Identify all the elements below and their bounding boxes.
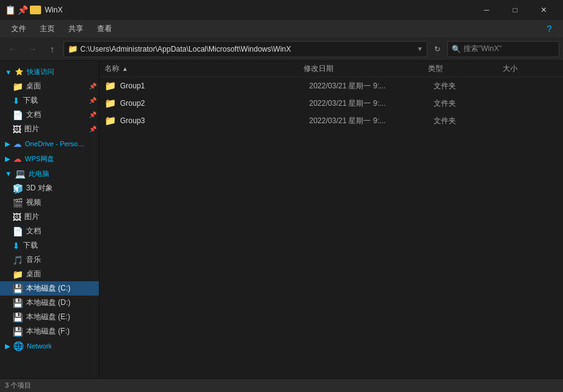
drive-d-label: 本地磁盘 (D:) <box>26 297 70 308</box>
desktop-pc-label: 桌面 <box>26 269 41 279</box>
sidebar-item-docs-quick[interactable]: 📄 文档 📌 <box>0 108 99 122</box>
address-bar[interactable]: 📁 C:\Users\Administrator\AppData\Local\M… <box>63 41 427 57</box>
table-row[interactable]: 📁 Group1 2022/03/21 星期一 9:... 文件夹 <box>100 77 563 95</box>
file-type-group1: 文件夹 <box>434 81 508 91</box>
downloads-pc-label: 下载 <box>23 240 38 251</box>
file-type-group3: 文件夹 <box>434 116 508 126</box>
sidebar-thispc[interactable]: ▼ 💻 此电脑 <box>0 166 99 181</box>
music-icon: 🎵 <box>12 255 23 265</box>
sidebar-onedrive[interactable]: ▶ ☁ OneDrive - Persona... <box>0 136 99 151</box>
menu-bar: 文件 主页 共享 查看 ? <box>0 20 563 37</box>
column-header-name[interactable]: 名称 ▲ <box>105 63 304 74</box>
col-type-label: 类型 <box>428 64 443 73</box>
menu-home[interactable]: 主页 <box>34 21 61 37</box>
sidebar-item-downloads-pc[interactable]: ⬇ 下载 <box>0 238 99 253</box>
drive-c-icon: 💾 <box>12 284 23 294</box>
thispc-icon: 💻 <box>15 169 26 179</box>
address-folder-icon: 📁 <box>68 44 78 54</box>
docs-pc-label: 文档 <box>26 226 41 236</box>
downloads-pc-icon: ⬇ <box>12 241 20 251</box>
sidebar-item-desktop-quick[interactable]: 📁 桌面 📌 <box>0 79 99 93</box>
file-list-header: 名称 ▲ 修改日期 类型 大小 <box>100 61 563 77</box>
folder-icon-group2: 📁 <box>105 98 116 109</box>
sidebar-item-video[interactable]: 🎬 视频 <box>0 195 99 210</box>
file-name-group1: Group1 <box>120 82 309 90</box>
file-name-group2: Group2 <box>120 99 309 108</box>
file-date-group3: 2022/03/21 星期一 9:... <box>309 116 434 126</box>
sidebar-wps[interactable]: ▶ ☁ WPS网盘 <box>0 151 99 166</box>
close-button[interactable]: ✕ <box>529 0 558 20</box>
sidebar-quick-access[interactable]: ▼ ⭐ 快速访问 <box>0 65 99 79</box>
folder-icon-group1: 📁 <box>105 80 116 91</box>
wps-arrow-icon: ▶ <box>5 155 10 163</box>
music-label: 音乐 <box>26 254 41 265</box>
drive-d-icon: 💾 <box>12 298 23 308</box>
toolbar: ← → ↑ 📁 C:\Users\Administrator\AppData\L… <box>0 37 563 61</box>
title-bar-icons: 📋 📌 <box>5 5 41 15</box>
thispc-label: 此电脑 <box>29 169 49 179</box>
sidebar-item-pics-quick[interactable]: 🖼 图片 📌 <box>0 122 99 136</box>
file-area: 名称 ▲ 修改日期 类型 大小 📁 Group1 2022/03/21 星期一 … <box>100 61 563 378</box>
sidebar-item-downloads-quick[interactable]: ⬇ 下载 📌 <box>0 93 99 108</box>
network-arrow-icon: ▶ <box>5 342 10 350</box>
file-name-group3: Group3 <box>120 116 309 125</box>
downloads-quick-icon: ⬇ <box>12 96 20 106</box>
back-button[interactable]: ← <box>4 40 21 58</box>
menu-view[interactable]: 查看 <box>91 21 118 37</box>
drive-f-label: 本地磁盘 (F:) <box>26 326 70 337</box>
video-icon: 🎬 <box>12 198 23 208</box>
main-content: ▼ ⭐ 快速访问 📁 桌面 📌 ⬇ 下载 📌 📄 文档 📌 🖼 图片 📌 ▶ ☁ <box>0 61 563 378</box>
sidebar-item-drive-d[interactable]: 💾 本地磁盘 (D:) <box>0 296 99 310</box>
3d-label: 3D 对象 <box>26 183 53 194</box>
sidebar-item-drive-f[interactable]: 💾 本地磁盘 (F:) <box>0 324 99 338</box>
file-date-group1: 2022/03/21 星期一 9:... <box>309 81 434 91</box>
pin-icon-downloads: 📌 <box>89 97 96 104</box>
status-bar: 3 个项目 <box>0 378 563 392</box>
desktop-quick-icon: 📁 <box>12 82 23 91</box>
thispc-arrow-icon: ▼ <box>5 170 12 177</box>
pin-icon-desktop: 📌 <box>89 83 96 90</box>
title-icon2: 📌 <box>17 5 27 15</box>
pics-pc-icon: 🖼 <box>12 212 21 222</box>
file-date-group2: 2022/03/21 星期一 9:... <box>309 98 434 109</box>
docs-quick-label: 文档 <box>26 110 41 120</box>
folder-icon-group3: 📁 <box>105 115 116 126</box>
sidebar-item-docs-pc[interactable]: 📄 文档 <box>0 224 99 238</box>
minimize-button[interactable]: ─ <box>472 0 501 20</box>
maximize-button[interactable]: □ <box>501 0 529 20</box>
sidebar-network[interactable]: ▶ 🌐 Network <box>0 338 99 353</box>
up-button[interactable]: ↑ <box>44 40 61 58</box>
forward-button[interactable]: → <box>24 40 41 58</box>
table-row[interactable]: 📁 Group3 2022/03/21 星期一 9:... 文件夹 <box>100 112 563 129</box>
table-row[interactable]: 📁 Group2 2022/03/21 星期一 9:... 文件夹 <box>100 95 563 112</box>
onedrive-icon: ☁ <box>13 139 22 149</box>
column-header-date[interactable]: 修改日期 <box>304 63 428 74</box>
sidebar-item-3d[interactable]: 🧊 3D 对象 <box>0 181 99 195</box>
col-date-label: 修改日期 <box>304 64 333 73</box>
desktop-quick-label: 桌面 <box>26 81 41 91</box>
search-icon: 🔍 <box>452 45 461 54</box>
sidebar-item-drive-c[interactable]: 💾 本地磁盘 (C:) <box>0 281 99 296</box>
search-placeholder: 搜索"WinX" <box>463 44 501 54</box>
col-name-label: 名称 <box>105 63 119 74</box>
sidebar-item-pics-pc[interactable]: 🖼 图片 <box>0 210 99 224</box>
sidebar-item-music[interactable]: 🎵 音乐 <box>0 253 99 267</box>
sort-arrow-icon: ▲ <box>122 65 128 72</box>
3d-icon: 🧊 <box>12 184 23 194</box>
search-bar[interactable]: 🔍 搜索"WinX" <box>447 41 559 57</box>
sidebar-item-drive-e[interactable]: 💾 本地磁盘 (E:) <box>0 310 99 324</box>
refresh-button[interactable]: ↻ <box>430 42 445 57</box>
address-dropdown-icon[interactable]: ▼ <box>417 45 423 52</box>
drive-e-label: 本地磁盘 (E:) <box>26 312 70 322</box>
docs-pc-icon: 📄 <box>12 226 23 236</box>
desktop-pc-icon: 📁 <box>12 269 23 279</box>
window-controls[interactable]: ─ □ ✕ <box>472 0 558 20</box>
network-icon: 🌐 <box>13 341 24 351</box>
menu-file[interactable]: 文件 <box>5 21 32 37</box>
sidebar-item-desktop-pc[interactable]: 📁 桌面 <box>0 267 99 281</box>
menu-share[interactable]: 共享 <box>62 21 90 37</box>
column-header-size[interactable]: 大小 <box>503 63 558 74</box>
column-header-type[interactable]: 类型 <box>428 63 503 74</box>
help-button[interactable]: ? <box>541 20 558 37</box>
quick-access-icon: ⭐ <box>15 68 24 76</box>
